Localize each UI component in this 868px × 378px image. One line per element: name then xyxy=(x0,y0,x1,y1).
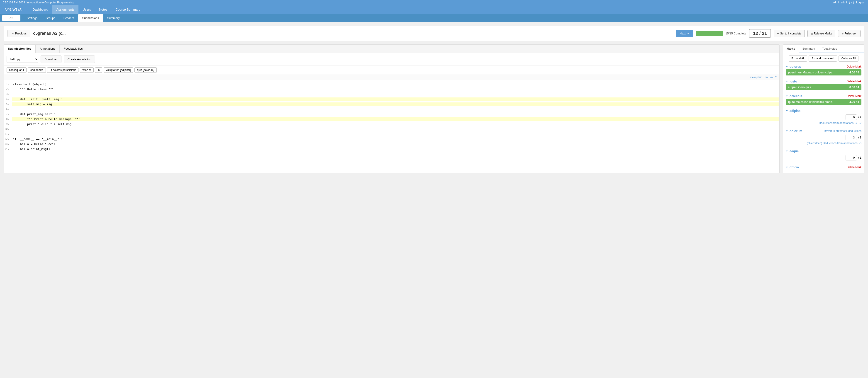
view-plain-link[interactable]: view plain xyxy=(750,76,762,79)
code-area: 1.class Hello(object):2. """ Hello class… xyxy=(4,80,779,154)
tag-3[interactable]: vitae et xyxy=(80,67,94,73)
nav-item-course-summary[interactable]: Course Summary xyxy=(112,5,145,14)
tag-2[interactable]: ut dolores perspiciatis xyxy=(47,67,79,73)
delete-mark-button-officia[interactable]: Delete Mark xyxy=(847,166,861,169)
tag-0[interactable]: consequatur xyxy=(7,67,27,73)
chevron-icon: ▼ xyxy=(786,80,788,83)
mark-section-officia: ▼officiaDelete Mark xyxy=(786,164,861,170)
admin-info: admin admin ( a ) Log out xyxy=(833,1,865,4)
code-line: 13. hello = Hello("Joe") xyxy=(4,142,779,147)
mark-max-adipisci: / 2 xyxy=(858,116,861,119)
code-line: 10. xyxy=(4,127,779,132)
line-number: 7. xyxy=(4,113,12,116)
line-number: 1. xyxy=(4,83,12,86)
delete-mark-button-delectus[interactable]: Delete Mark xyxy=(847,94,861,98)
expand-all-button[interactable]: Expand All xyxy=(788,55,807,62)
tab-annotations[interactable]: Annotations xyxy=(36,45,60,53)
sub-nav-graders[interactable]: Graders xyxy=(59,14,78,22)
nav-item-notes[interactable]: Notes xyxy=(95,5,112,14)
fullscreen-button[interactable]: ⤢ Fullscreen xyxy=(838,30,861,37)
mark-section-header-dolores: ▼doloresDelete Mark xyxy=(786,64,861,69)
code-line: 4. def __init__(self, msg): xyxy=(4,97,779,102)
section-title-text: adipisci xyxy=(789,109,801,113)
sub-nav-settings[interactable]: Settings xyxy=(23,14,41,22)
mark-item-label: culpa Libero quis. xyxy=(788,86,812,89)
expand-unmarked-button[interactable]: Expand Unmarked xyxy=(809,55,837,62)
right-tab-tags-notes[interactable]: Tags/Notes xyxy=(818,45,841,53)
chevron-icon: ▼ xyxy=(786,95,788,97)
mark-section-title-iusto[interactable]: ▼iusto xyxy=(786,80,797,83)
logo[interactable]: MarkUs xyxy=(2,5,24,14)
mark-section-header-iusto: ▼iustoDelete Mark xyxy=(786,78,861,84)
logout-link[interactable]: Log out xyxy=(856,1,865,4)
tag-4[interactable]: in xyxy=(95,67,102,73)
mark-section-header-delectus: ▼delectusDelete Mark xyxy=(786,93,861,99)
progress-bar-fill xyxy=(696,31,723,36)
mark-input-eaque[interactable] xyxy=(845,155,857,160)
tab-submission-files[interactable]: Submission files xyxy=(4,45,36,53)
tab-feedback-files[interactable]: Feedback files xyxy=(60,45,87,53)
right-tab-summary[interactable]: Summary xyxy=(799,45,819,53)
line-number: 9. xyxy=(4,122,12,126)
tag-5[interactable]: voluptatum [adipisci] xyxy=(104,67,133,73)
code-controls: view plain +A -A ? xyxy=(4,75,779,80)
mark-section-title-adipisci[interactable]: ▼adipisci xyxy=(786,109,801,113)
next-button[interactable]: Next → xyxy=(676,30,693,37)
tag-6[interactable]: quia [dolorum] xyxy=(134,67,157,73)
sub-nav-summary[interactable]: Summary xyxy=(103,14,124,22)
mark-input-adipisci[interactable] xyxy=(845,115,857,120)
mark-input-row-adipisci: / 2 xyxy=(786,114,861,121)
nav-item-dashboard[interactable]: Dashboard xyxy=(29,5,52,14)
line-number: 11. xyxy=(4,132,12,135)
sub-nav-groups[interactable]: Groups xyxy=(41,14,59,22)
nav-item-assignments[interactable]: Assignments xyxy=(52,5,79,14)
section-title-text: officia xyxy=(789,165,799,169)
mark-section-adipisci: ▼adipisci/ 2Deductions from annotations:… xyxy=(786,108,861,125)
delete-mark-button-dolores[interactable]: Delete Mark xyxy=(847,65,861,68)
mark-section-title-dolorum[interactable]: ▼dolorum xyxy=(786,129,802,133)
mark-section-title-eaque[interactable]: ▼eaque xyxy=(786,149,799,153)
right-tab-marks[interactable]: Marks xyxy=(783,45,799,53)
file-selector[interactable]: hello.py xyxy=(7,56,38,63)
submission-header: ← Previous c5granad A2 (c... Next → 15/1… xyxy=(4,26,864,41)
assignment-input[interactable] xyxy=(2,15,21,21)
create-annotation-button[interactable]: Create Annotation xyxy=(64,56,95,63)
release-marks-button[interactable]: ⊞ Release Marks xyxy=(807,30,835,37)
collapse-all-button[interactable]: Collapse All xyxy=(839,55,859,62)
section-title-text: dolorum xyxy=(789,129,802,133)
progress-bar xyxy=(696,31,723,36)
chevron-icon: ▼ xyxy=(786,130,788,132)
mark-section-title-dolores[interactable]: ▼dolores xyxy=(786,65,801,68)
section-title-text: eaque xyxy=(789,149,799,153)
code-line: 12.if (__name__ == "__main__"): xyxy=(4,137,779,142)
mark-item: quae Molestiae ut blanditiis omnis.4.00 … xyxy=(786,99,861,105)
nav-item-users[interactable]: Users xyxy=(79,5,95,14)
download-button[interactable]: Download xyxy=(40,56,61,63)
overridden-text-dolorum: (Overridden) Deductions from annotations… xyxy=(786,141,861,145)
section-title-text: dolores xyxy=(789,65,801,68)
line-number: 4. xyxy=(4,97,12,101)
line-content: class Hello(object): xyxy=(12,83,779,86)
font-decrease-link[interactable]: -A xyxy=(770,76,773,79)
line-number: 10. xyxy=(4,127,12,130)
mark-section-header-officia: ▼officiaDelete Mark xyxy=(786,164,861,170)
mark-input-dolorum[interactable] xyxy=(845,135,857,140)
mark-section-title-delectus[interactable]: ▼delectus xyxy=(786,94,803,98)
code-line: 6. xyxy=(4,107,779,112)
tag-1[interactable]: sed debitis xyxy=(28,67,46,73)
set-incomplete-button[interactable]: ✏ Set to Incomplete xyxy=(774,30,805,37)
line-number: 13. xyxy=(4,142,12,146)
mark-item: possimus Magnam quidem culpa.4.00 / 4 xyxy=(786,69,861,75)
mark-section-title-officia[interactable]: ▼officia xyxy=(786,165,799,169)
revert-link-dolorum[interactable]: Revert to automatic deductions xyxy=(824,129,861,133)
help-link[interactable]: ? xyxy=(775,76,777,79)
section-title-text: delectus xyxy=(789,94,803,98)
sub-nav-submissions[interactable]: Submissions xyxy=(78,14,103,22)
chevron-icon: ▼ xyxy=(786,150,788,153)
code-line: 8. """ Print a hello message. """ xyxy=(4,117,779,122)
progress-bar-container: 15/15 Complete xyxy=(696,31,746,36)
annotation-tags: consequatur sed debitis ut dolores persp… xyxy=(4,65,779,75)
previous-button[interactable]: ← Previous xyxy=(7,30,30,37)
delete-mark-button-iusto[interactable]: Delete Mark xyxy=(847,80,861,83)
font-increase-link[interactable]: +A xyxy=(764,76,768,79)
